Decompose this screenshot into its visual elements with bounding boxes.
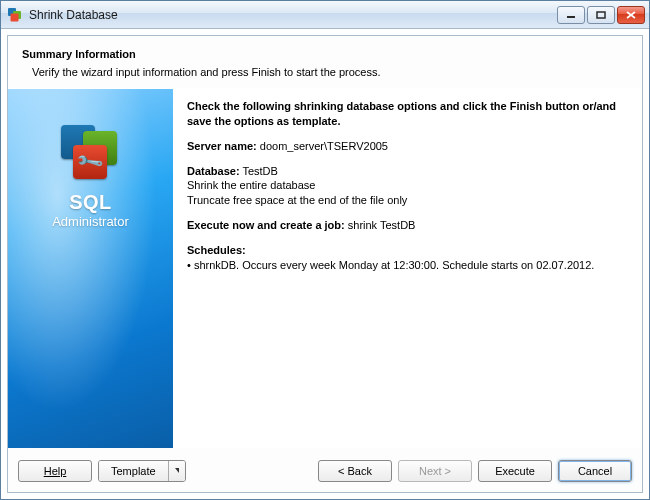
dialog-window: Shrink Database Summary Information Veri… [0, 0, 650, 500]
svg-rect-2 [11, 13, 19, 21]
template-button[interactable]: Template [99, 461, 169, 481]
maximize-button[interactable] [587, 6, 615, 24]
template-dropdown-button[interactable] [169, 461, 185, 481]
product-subtitle: Administrator [52, 214, 129, 229]
window-controls [557, 6, 645, 24]
product-name: SQL [69, 191, 112, 214]
template-split-button: Template [98, 460, 186, 482]
server-name-label: Server name: [187, 140, 257, 152]
minimize-button[interactable] [557, 6, 585, 24]
schedules-label: Schedules: [187, 244, 246, 256]
page-title: Summary Information [22, 48, 628, 60]
execute-label: Execute now and create a job: [187, 219, 345, 231]
chevron-down-icon [175, 468, 179, 473]
db-option-2: Truncate free space at the end of the fi… [187, 193, 628, 208]
summary-intro: Check the following shrinking database o… [187, 100, 616, 127]
cancel-button[interactable]: Cancel [558, 460, 632, 482]
svg-marker-7 [175, 468, 179, 473]
database-value: TestDB [242, 165, 277, 177]
window-title: Shrink Database [29, 8, 557, 22]
wizard-header: Summary Information Verify the wizard in… [8, 36, 642, 88]
page-subtitle: Verify the wizard input information and … [32, 66, 628, 78]
side-banner: 🔧 SQL Administrator [8, 89, 173, 448]
product-logo-icon: 🔧 [59, 125, 123, 181]
help-button[interactable]: Help [18, 460, 92, 482]
execute-button[interactable]: Execute [478, 460, 552, 482]
wrench-icon: 🔧 [74, 147, 105, 178]
summary-content: Check the following shrinking database o… [173, 89, 642, 448]
next-button: Next > [398, 460, 472, 482]
wizard-frame: Summary Information Verify the wizard in… [7, 35, 643, 493]
titlebar[interactable]: Shrink Database [1, 1, 649, 29]
app-icon [7, 7, 23, 23]
db-option-1: Shrink the entire database [187, 178, 628, 193]
svg-rect-4 [597, 12, 605, 18]
close-button[interactable] [617, 6, 645, 24]
execute-value: shrink TestDB [348, 219, 416, 231]
back-button[interactable]: < Back [318, 460, 392, 482]
button-bar: Help Template < Back Next > Execute Canc… [8, 448, 642, 492]
wizard-body: 🔧 SQL Administrator Check the following … [8, 89, 642, 448]
schedule-item: • shrnkDB. Occurs every week Monday at 1… [187, 258, 628, 273]
server-name-value: doom_server\TSERV2005 [260, 140, 388, 152]
database-label: Database: [187, 165, 240, 177]
